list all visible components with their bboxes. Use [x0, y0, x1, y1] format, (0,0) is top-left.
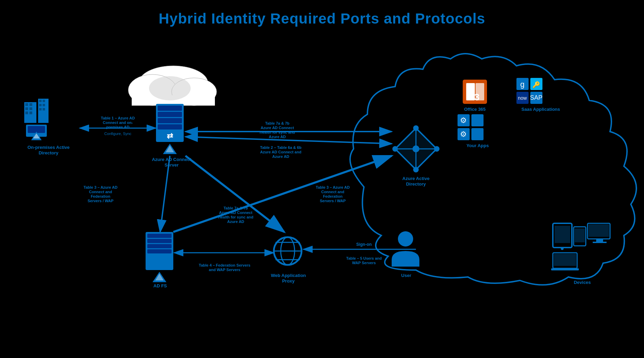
svg-rect-5 — [24, 102, 36, 123]
svg-marker-38 — [155, 274, 164, 280]
svg-rect-45 — [553, 223, 572, 248]
azure-ad-label-2: Directory — [406, 181, 426, 187]
svg-text:🔑: 🔑 — [532, 81, 540, 89]
table3-right-3: Federation — [323, 194, 343, 198]
user-icon — [392, 231, 419, 267]
azure-connect-server-icon: ⇄ — [156, 104, 184, 154]
azure-ad-label-1: Azure Active — [402, 176, 429, 181]
svg-rect-11 — [29, 111, 32, 114]
devices-icon — [551, 223, 610, 270]
adfs-icon — [146, 232, 173, 282]
svg-rect-50 — [588, 223, 610, 239]
your-apps-icon: ⚙ ⚙ — [458, 114, 484, 140]
table3-left-4: Servers / WAP — [88, 199, 114, 203]
svg-rect-12 — [38, 99, 49, 123]
svg-text:⇄: ⇄ — [167, 132, 173, 140]
svg-rect-46 — [555, 226, 570, 243]
svg-point-60 — [434, 146, 440, 152]
svg-rect-72 — [458, 114, 470, 126]
svg-rect-14 — [43, 100, 45, 102]
svg-rect-56 — [551, 268, 579, 270]
svg-rect-74 — [471, 114, 484, 126]
table1-label-2: Connect and on- — [103, 120, 133, 125]
svg-text:Directory: Directory — [38, 150, 59, 155]
svg-text:g: g — [520, 80, 524, 89]
svg-rect-17 — [39, 108, 42, 110]
connect-to-azure-ad-arrow — [185, 137, 392, 144]
svg-rect-33 — [147, 234, 172, 238]
svg-rect-68 — [463, 80, 487, 104]
svg-rect-28 — [158, 124, 182, 129]
devices-label: Devices — [574, 280, 591, 285]
svg-marker-21 — [31, 132, 42, 140]
svg-rect-78 — [516, 78, 529, 90]
svg-rect-6 — [25, 103, 28, 106]
svg-rect-48 — [574, 227, 586, 246]
svg-rect-8 — [25, 107, 28, 110]
svg-point-39 — [274, 237, 302, 265]
table1-label-3: premises AD — [106, 125, 130, 129]
svg-point-47 — [561, 247, 564, 250]
svg-rect-84 — [530, 92, 542, 104]
svg-point-62 — [392, 146, 398, 152]
svg-marker-37 — [153, 272, 166, 282]
office365-label: Office 365 — [464, 107, 486, 112]
svg-rect-18 — [43, 108, 45, 110]
svg-rect-55 — [554, 254, 576, 266]
svg-rect-75 — [471, 128, 484, 140]
table7a-bot-4: Azure AD — [227, 220, 244, 224]
azure-ad-icon — [392, 125, 440, 172]
wap-label-1: Web Application — [271, 273, 306, 278]
table3-left-3: Federation — [91, 194, 111, 198]
svg-point-59 — [413, 125, 419, 131]
svg-text:SAP: SAP — [530, 94, 542, 101]
table7a-bot-3: Health for sync and — [218, 215, 253, 219]
table7a-bot-2: Azure AD Connect — [219, 211, 252, 215]
svg-point-61 — [413, 167, 419, 172]
svg-rect-20 — [28, 126, 45, 133]
azure-cloud-shape — [350, 54, 636, 285]
svg-rect-9 — [29, 107, 32, 110]
onprem-cloud-icon — [128, 66, 217, 106]
table7a-top-2: Azure AD Connect — [261, 126, 294, 130]
svg-rect-34 — [147, 239, 172, 243]
svg-rect-24 — [156, 104, 184, 142]
user-label: User — [401, 273, 411, 278]
table5-label-2: WAP Servers — [352, 261, 376, 265]
svg-rect-36 — [147, 249, 172, 253]
connect-to-wap-arrow — [185, 156, 284, 232]
svg-rect-35 — [147, 244, 172, 248]
svg-rect-80 — [530, 78, 542, 90]
svg-rect-15 — [39, 104, 42, 106]
your-apps-label: Your Apps — [467, 143, 489, 148]
azure-connect-label-1: Azure AD Connect — [152, 157, 191, 162]
office365-icon: 3 — [463, 80, 487, 104]
svg-rect-7 — [29, 103, 32, 106]
connect-to-adfs-arrow — [160, 156, 170, 232]
svg-rect-10 — [25, 111, 28, 114]
table2-label-3: Azure AD — [272, 154, 289, 159]
svg-point-44 — [398, 231, 413, 247]
svg-marker-30 — [163, 144, 177, 154]
table3-left-2: Connect and — [89, 190, 112, 194]
page-title: Hybrid Identity Required Ports and Proto… — [0, 3, 644, 27]
table3-right-1: Table 3 – Azure AD — [316, 185, 350, 189]
svg-text:⚙: ⚙ — [460, 116, 467, 125]
svg-point-40 — [281, 237, 295, 265]
svg-rect-73 — [458, 128, 470, 140]
table3-left-1: Table 3 – Azure AD — [84, 185, 118, 189]
table1-label-1: Table 1 – Azure AD — [101, 116, 135, 120]
configure-sync-label: Configure, Sync — [104, 132, 132, 136]
onprem-ad-label: On-premises Active — [27, 145, 70, 150]
svg-point-0 — [139, 66, 208, 100]
table3-right-4: Servers / WAP — [320, 199, 346, 203]
svg-text:⚙: ⚙ — [460, 130, 467, 138]
table3-right-2: Connect and — [321, 190, 345, 194]
svg-marker-31 — [166, 145, 174, 152]
svg-rect-53 — [593, 242, 607, 243]
svg-rect-54 — [553, 253, 577, 268]
svg-rect-51 — [589, 224, 609, 237]
svg-rect-27 — [158, 118, 182, 123]
wap-label-2: Proxy — [282, 278, 295, 284]
svg-rect-49 — [575, 229, 585, 242]
